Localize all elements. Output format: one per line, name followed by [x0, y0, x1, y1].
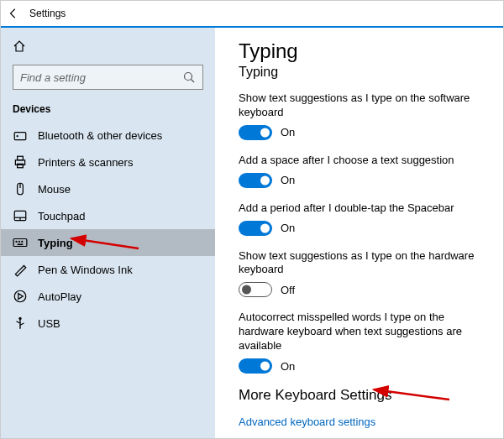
toggle-state: On [281, 174, 295, 186]
advanced-keyboard-link[interactable]: Advanced keyboard settings [239, 415, 375, 428]
svg-rect-5 [18, 156, 24, 160]
sidebar-item-bluetooth[interactable]: Bluetooth & other devices [1, 122, 215, 149]
window-title: Settings [29, 8, 66, 19]
setting-row: Add a period after I double-tap the Spac… [239, 201, 480, 236]
svg-point-0 [185, 73, 192, 81]
page-title: Typing [239, 39, 480, 63]
setting-label: Add a period after I double-tap the Spac… [239, 201, 480, 216]
sidebar-item-autoplay[interactable]: AutoPlay [1, 283, 215, 310]
setting-row: Autocorrect misspelled words I type on t… [239, 311, 480, 374]
sidebar-item-label: AutoPlay [38, 290, 81, 303]
keyboard-icon [13, 235, 28, 250]
svg-point-3 [17, 135, 18, 137]
setting-label: Add a space after I choose a text sugges… [239, 154, 480, 168]
back-button[interactable] [1, 1, 26, 26]
sidebar-item-label: Bluetooth & other devices [38, 129, 162, 142]
sidebar-item-label: Printers & scanners [38, 156, 133, 169]
sidebar-item-label: Pen & Windows Ink [38, 264, 133, 276]
sidebar-item-label: Mouse [38, 183, 71, 196]
toggle-switch[interactable] [239, 125, 272, 140]
toggle-state: On [281, 360, 295, 373]
home-button[interactable] [1, 36, 215, 65]
sidebar-item-typing[interactable]: Typing [1, 229, 215, 256]
setting-row: Show text suggestions as I type on the s… [239, 91, 480, 140]
search-box[interactable] [13, 65, 203, 90]
setting-row: Add a space after I choose a text sugges… [239, 154, 480, 188]
sidebar-item-touchpad[interactable]: Touchpad [1, 202, 215, 229]
toggle-switch[interactable] [239, 173, 272, 188]
bluetooth-icon [13, 128, 28, 143]
titlebar: Settings [1, 1, 503, 26]
svg-rect-12 [13, 239, 27, 247]
svg-point-17 [14, 290, 26, 302]
setting-label: Show text suggestions as I type on the s… [239, 91, 480, 120]
arrow-left-icon [8, 8, 19, 19]
more-settings-header: More Keyboard Settings [239, 387, 480, 404]
search-icon [182, 71, 196, 84]
toggle-switch[interactable] [239, 358, 272, 374]
toggle-state: On [281, 222, 295, 234]
touchpad-icon [13, 208, 28, 223]
content-pane: Typing Typing Show text suggestions as I… [215, 28, 503, 438]
svg-line-1 [192, 80, 195, 83]
sidebar-item-usb[interactable]: USB [1, 310, 215, 337]
sidebar-item-label: Typing [38, 237, 73, 249]
setting-label: Autocorrect misspelled words I type on t… [239, 311, 480, 353]
sidebar-item-printers[interactable]: Printers & scanners [1, 149, 215, 175]
search-input[interactable] [20, 71, 182, 84]
sidebar-item-label: USB [38, 317, 60, 330]
sidebar-item-label: Touchpad [38, 210, 85, 222]
toggle-switch[interactable] [239, 282, 272, 297]
toggle-switch[interactable] [239, 221, 272, 236]
toggle-state: Off [281, 284, 295, 296]
sidebar-item-pen[interactable]: Pen & Windows Ink [1, 256, 215, 283]
sidebar-section-label: Devices [1, 102, 215, 122]
usb-icon [13, 316, 28, 331]
autoplay-icon [13, 289, 28, 304]
mouse-icon [13, 181, 28, 196]
setting-label: Show text suggestions as I type on the h… [239, 249, 480, 278]
sidebar: Devices Bluetooth & other devices Printe… [1, 28, 215, 438]
home-icon [13, 39, 26, 53]
printer-icon [13, 154, 28, 170]
svg-rect-2 [14, 133, 26, 140]
sidebar-item-mouse[interactable]: Mouse [1, 175, 215, 202]
pen-icon [13, 262, 28, 277]
setting-row: Show text suggestions as I type on the h… [239, 249, 480, 298]
toggle-state: On [281, 126, 295, 138]
page-subtitle: Typing [239, 65, 480, 80]
